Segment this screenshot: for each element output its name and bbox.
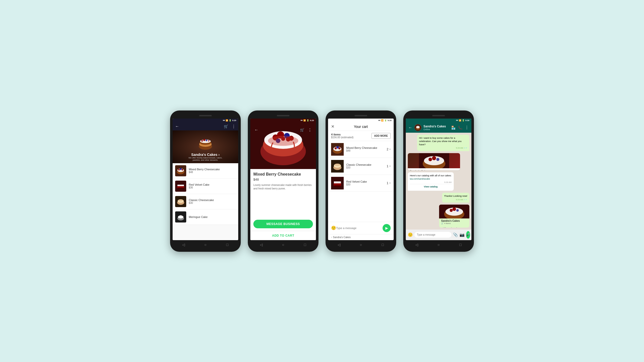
add-more-button[interactable]: ADD MORE [371,133,391,139]
recents-nav-3[interactable]: □ [380,242,385,247]
back-nav-1[interactable]: ◁ [181,242,186,247]
catalog-card-info: Sandra's Cakes We offer freshly baked br… [408,168,460,170]
cart-msg-name: Sandra's Cakes [441,219,467,222]
svg-rect-17 [178,188,184,189]
call-icon-4[interactable]: 📞 [458,126,462,130]
p2-header: ← 🛒 ⋮ [253,127,313,133]
list-item[interactable]: Meringue Cake [173,209,238,225]
back-nav-3[interactable]: ◁ [336,242,341,247]
back-icon-1[interactable]: ← [175,124,179,129]
svg-point-42 [338,147,340,149]
more-icon-4[interactable]: ⋮ [465,125,469,130]
msg-time-out-1: 9:28 AM ✓✓ [419,147,467,149]
status-bar-1: ▾▾ 📶 🔋 9:29 [173,119,238,123]
qty-dropdown-2[interactable]: ▾ [389,165,391,168]
camera-icon-4[interactable]: 📷 [460,232,465,237]
cart-item-qty-3[interactable]: 1 ▾ [387,181,391,185]
catalog-link[interactable]: wa.com/sandracake [410,178,430,180]
catalog-card[interactable]: Sandra's Cakes We offer freshly baked br… [408,153,460,170]
cart-input-bar: 🙂 ▶ [328,222,394,234]
cart-icon-1[interactable]: 🛒 [224,124,228,128]
items-count: 4 items [331,133,354,136]
status-bar-2: ▾▾ 📶 🔋 9:29 [250,119,316,123]
speaker-2 [277,115,289,116]
svg-rect-16 [177,185,184,186]
phone-3-screen: ▾▾ 📶 🔋 9:30 ✕ Your cart 4 items $156.00 … [328,119,394,240]
phone-3: ▾▾ 📶 🔋 9:30 ✕ Your cart 4 items $156.00 … [326,110,396,252]
cart-item-qty-1[interactable]: 2 ▾ [387,148,391,151]
p2-actions: MESSAGE BUSINESS [250,218,316,230]
cart-msg-info: Sandra's Cakes 🛒 4 items [439,218,469,226]
cart-item-qty-2[interactable]: 1 ▾ [387,164,391,168]
more-icon-2[interactable]: ⋮ [308,128,312,132]
cart-thumb-3 [331,177,344,189]
status-icons-4: ▾▾ 📶 🔋 9:30 [456,119,469,122]
recents-nav-4[interactable]: □ [458,242,463,247]
product-thumb-1 [175,165,186,176]
back-icon-4[interactable]: ← [408,125,412,130]
back-nav-2[interactable]: ◁ [259,242,264,247]
phone-4-screen: ▾▾ 📶 🔋 9:30 ← Sandra's Cakes Online 🏪 [406,119,471,240]
msg-time-out-2: 9:29 AM ✓✓ [444,198,467,201]
chevron-right-icon: › [331,236,332,239]
chat-header-actions: 🏪 📞 ⋮ [451,125,469,130]
emoji-icon-3[interactable]: 🙂 [331,226,336,230]
p1-cover: Sandra's Cakes › We offer freshly baked … [173,130,238,163]
message-input-3[interactable] [336,227,383,230]
cart-summary-info: 4 items $156.00 (estimated) [331,133,354,139]
status-icons-3: ▾▾ 📶 🔋 9:30 [378,119,392,122]
list-item[interactable]: Classic Cheesecake $30 [173,194,238,209]
svg-rect-49 [334,181,341,183]
home-nav-3[interactable]: ○ [358,242,363,247]
time-1: 9:29 [232,119,236,122]
time-4: 9:30 [465,119,469,122]
svg-point-24 [178,215,183,218]
recents-nav-2[interactable]: □ [303,242,308,247]
attach-icon-4[interactable]: 📎 [453,232,458,237]
back-icon-2[interactable]: ← [254,128,258,132]
cart-icon-2[interactable]: 🛒 [300,128,304,132]
cart-item-info-1: Mixed Berry Cheesecake $48 [346,146,387,152]
chat-body[interactable]: Hi! I want to buy some cakes for a celeb… [406,133,471,230]
cart-msg-items: 🛒 4 items [441,222,467,225]
cart-item: Mixed Berry Cheesecake $48 2 ▾ [328,141,394,158]
home-nav-2[interactable]: ○ [281,242,286,247]
chat-message-input[interactable] [414,232,451,238]
svg-point-46 [334,163,340,166]
emoji-icon-4[interactable]: 🙂 [408,232,413,237]
list-item[interactable]: Red Velvet Cake $36 [173,179,238,194]
product-list-1[interactable]: Mixed Berry Cheesecake $48 Red Velvet Ca… [173,163,238,240]
recents-nav-1[interactable]: □ [225,242,230,247]
svg-point-5 [203,139,205,141]
add-to-cart-button[interactable]: ADD TO CART [250,231,316,240]
qty-dropdown-1[interactable]: ▾ [389,148,391,151]
cart-text-below: I'd like to buy these! 9:30 AM ✓✓ [439,226,469,228]
svg-point-7 [208,140,209,141]
more-icon-1[interactable]: ⋮ [232,124,236,129]
qty-dropdown-3[interactable]: ▾ [389,182,391,184]
list-item[interactable]: Mixed Berry Cheesecake $48 [173,163,238,179]
phone-2-top [250,113,316,119]
product-thumb-3 [175,196,186,207]
signal-icon-1: 📶 [226,119,228,122]
view-catalog-link[interactable]: View catalog [410,184,452,189]
msg-bubble-in-1: Here's our catalog with all of our cakes… [408,172,454,191]
phone-1: ▾▾ 📶 🔋 9:29 ← 🛒 ⋮ [170,110,241,252]
chat-header: ← Sandra's Cakes Online 🏪 📞 ⋮ [406,123,471,133]
status-icons-1: ▾▾ 📶 🔋 9:29 [223,119,236,122]
signal-icon-2: 📶 [303,119,306,122]
msg-bubble-out-1: Hi! I want to buy some cakes for a celeb… [417,135,469,151]
chat-business-name: Sandra's Cakes [423,125,446,128]
message-business-button[interactable]: MESSAGE BUSINESS [253,220,313,228]
cart-msg-card[interactable]: Sandra's Cakes 🛒 4 items I'd like to buy… [439,205,469,228]
back-nav-4[interactable]: ◁ [414,242,419,247]
send-button-3[interactable]: ▶ [383,224,391,232]
cart-close-icon[interactable]: ✕ [331,124,334,129]
cart-items-list[interactable]: Mixed Berry Cheesecake $48 2 ▾ Classic C… [328,141,394,222]
catalog-icon-4[interactable]: 🏪 [451,126,455,130]
product-info-3: Classic Cheesecake $30 [189,199,214,204]
home-nav-4[interactable]: ○ [436,242,441,247]
svg-point-6 [206,140,207,141]
mic-button[interactable]: 🎤 [466,231,470,239]
home-nav-1[interactable]: ○ [203,242,208,247]
